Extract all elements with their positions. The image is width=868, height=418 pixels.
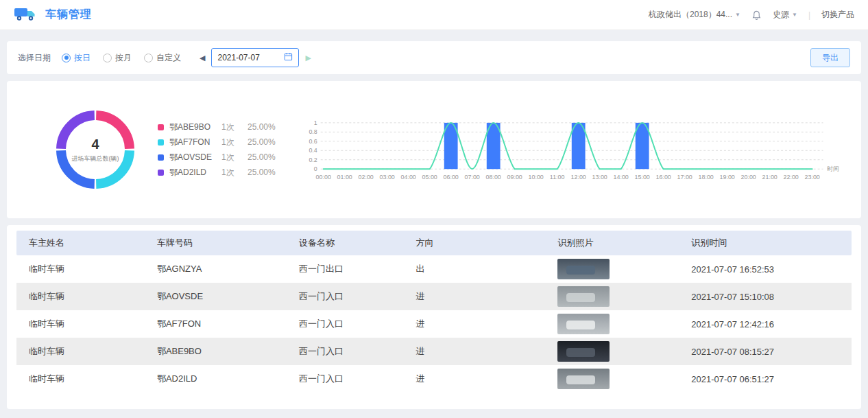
user-menu[interactable]: 史源 ▼ <box>773 9 797 21</box>
owner-cell: 临时车辆 <box>16 365 150 393</box>
plate-cell: 鄂AOVSDE <box>150 283 292 310</box>
legend-count: 1次 <box>221 167 248 178</box>
plate-cell: 鄂AD2ILD <box>150 365 292 393</box>
time-cell: 2021-07-07 16:52:53 <box>684 255 852 283</box>
svg-text:03:00: 03:00 <box>379 174 394 181</box>
svg-text:00:00: 00:00 <box>315 174 330 181</box>
project-selector[interactable]: 杭政储出（2018）44... ▼ <box>649 9 740 21</box>
svg-text:06:00: 06:00 <box>443 174 458 181</box>
photo-cell <box>551 283 684 310</box>
vehicle-shape <box>566 266 596 275</box>
svg-text:20:00: 20:00 <box>740 174 756 181</box>
radio-label: 按日 <box>74 52 91 64</box>
table-row: 临时车辆鄂AOVSDE西一门入口进2021-07-07 15:10:08 <box>16 283 852 310</box>
plate-cell: 鄂AF7FON <box>150 310 292 338</box>
owner-cell: 临时车辆 <box>16 310 150 338</box>
svg-text:12:00: 12:00 <box>570 174 586 181</box>
svg-text:11:00: 11:00 <box>550 174 565 181</box>
direction-cell: 进 <box>409 310 551 338</box>
date-mode-group: 按日按月自定义 <box>62 52 193 64</box>
legend-swatch-icon <box>158 139 164 146</box>
switch-product-link[interactable]: 切换产品 <box>821 9 854 21</box>
svg-text:02:00: 02:00 <box>358 174 373 181</box>
legend-percent: 25.00% <box>248 152 276 162</box>
column-header: 车主姓名 <box>16 231 150 255</box>
donut-svg <box>51 105 140 194</box>
photo-cell <box>551 365 684 393</box>
vehicle-photo[interactable] <box>557 369 610 389</box>
recognition-table-card: 车主姓名车牌号码设备名称方向识别照片识别时间 临时车辆鄂AGNZYA西一门出口出… <box>7 225 861 409</box>
svg-text:18:00: 18:00 <box>698 174 713 181</box>
brand: 车辆管理 <box>14 5 92 24</box>
date-picker-input[interactable]: 2021-07-07 <box>211 48 299 67</box>
user-name: 史源 <box>773 9 789 21</box>
photo-cell <box>551 310 684 338</box>
recognition-table: 车主姓名车牌号码设备名称方向识别照片识别时间 临时车辆鄂AGNZYA西一门出口出… <box>16 231 852 393</box>
direction-cell: 出 <box>409 255 551 283</box>
vehicle-shape <box>566 293 596 302</box>
legend-item[interactable]: 鄂AD2ILD1次25.00% <box>158 165 276 180</box>
legend-item[interactable]: 鄂AF7FON1次25.00% <box>158 135 276 150</box>
legend-plate: 鄂AOVSDE <box>169 152 221 163</box>
table-row: 临时车辆鄂AGNZYA西一门出口出2021-07-07 16:52:53 <box>16 255 852 283</box>
vehicle-photo[interactable] <box>557 286 610 307</box>
device-cell: 西一门入口 <box>292 338 409 365</box>
plate-cell: 鄂ABE9BO <box>150 338 292 365</box>
svg-text:0.2: 0.2 <box>309 156 317 163</box>
radio-label: 按月 <box>115 52 132 64</box>
legend-count: 1次 <box>221 137 248 148</box>
svg-text:0.8: 0.8 <box>309 128 317 135</box>
svg-text:01:00: 01:00 <box>337 174 352 181</box>
table-header-row: 车主姓名车牌号码设备名称方向识别照片识别时间 <box>16 231 852 255</box>
column-header: 设备名称 <box>292 231 409 255</box>
chevron-down-icon: ▼ <box>792 12 797 18</box>
legend-percent: 25.00% <box>248 137 276 147</box>
notification-bell-icon[interactable] <box>751 10 762 21</box>
photo-cell <box>551 255 684 283</box>
vehicle-photo[interactable] <box>557 259 610 279</box>
table-row: 临时车辆鄂AF7FON西一门入口进2021-07-07 12:42:16 <box>16 310 852 338</box>
line-chart-svg: 00.20.40.60.8100:0001:0002:0003:0004:000… <box>299 115 842 185</box>
svg-text:10:00: 10:00 <box>528 174 543 181</box>
legend-item[interactable]: 鄂ABE9BO1次25.00% <box>158 119 276 135</box>
svg-text:09:00: 09:00 <box>507 174 522 181</box>
radio-label: 自定义 <box>156 52 181 64</box>
previous-day-arrow-icon[interactable]: ◀ <box>200 54 205 62</box>
date-filter-label: 选择日期 <box>18 52 51 64</box>
truck-logo-icon <box>14 5 37 24</box>
radio-date-mode-2[interactable]: 自定义 <box>144 52 181 64</box>
filter-bar: 选择日期 按日按月自定义 ◀ 2021-07-07 ▶ 导出 <box>7 41 861 74</box>
table-row: 临时车辆鄂ABE9BO西一门入口进2021-07-07 08:15:27 <box>16 338 852 365</box>
plate-cell: 鄂AGNZYA <box>150 255 292 283</box>
legend-swatch-icon <box>158 124 164 130</box>
legend-item[interactable]: 鄂AOVSDE1次25.00% <box>158 150 276 165</box>
legend-plate: 鄂ABE9BO <box>169 121 221 133</box>
device-cell: 西一门入口 <box>292 283 409 310</box>
owner-cell: 临时车辆 <box>16 283 150 310</box>
vehicle-photo[interactable] <box>557 341 610 362</box>
time-cell: 2021-07-07 06:51:27 <box>684 365 852 393</box>
divider: | <box>808 10 810 20</box>
radio-dot-icon <box>62 54 71 62</box>
legend-swatch-icon <box>158 154 164 161</box>
svg-text:0: 0 <box>314 165 317 172</box>
column-header: 识别照片 <box>551 231 684 255</box>
svg-text:04:00: 04:00 <box>400 174 415 181</box>
direction-cell: 进 <box>409 283 551 310</box>
calendar-icon <box>284 52 293 63</box>
legend-percent: 25.00% <box>248 167 276 177</box>
owner-cell: 临时车辆 <box>16 338 150 365</box>
legend-count: 1次 <box>221 121 248 133</box>
vehicle-shape <box>566 348 596 357</box>
svg-text:1: 1 <box>314 119 317 126</box>
export-button[interactable]: 导出 <box>810 48 850 67</box>
time-cell: 2021-07-07 12:42:16 <box>684 310 852 338</box>
legend-swatch-icon <box>158 170 164 176</box>
radio-date-mode-1[interactable]: 按月 <box>103 52 132 64</box>
radio-date-mode-0[interactable]: 按日 <box>62 52 91 64</box>
time-cell: 2021-07-07 15:10:08 <box>684 283 852 310</box>
vehicle-photo[interactable] <box>557 314 610 334</box>
svg-text:21:00: 21:00 <box>762 174 777 181</box>
next-day-arrow-icon[interactable]: ▶ <box>305 54 311 62</box>
column-header: 识别时间 <box>684 231 852 255</box>
